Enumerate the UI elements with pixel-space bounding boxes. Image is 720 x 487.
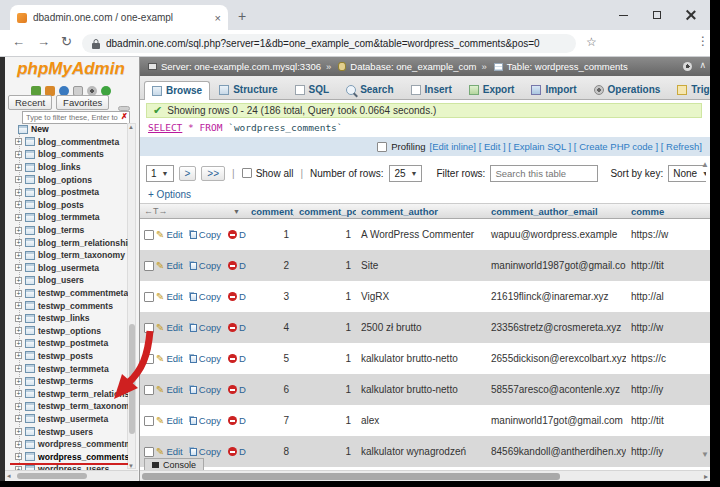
expand-icon[interactable]: + — [15, 277, 22, 284]
expand-icon[interactable]: + — [15, 340, 22, 347]
copy-link[interactable]: Copy — [190, 322, 221, 333]
expand-icon[interactable]: + — [15, 201, 22, 208]
expand-icon[interactable]: + — [15, 252, 22, 259]
column-nav-arrows[interactable]: ←T→ — [144, 206, 168, 216]
recent-button[interactable]: Recent — [8, 95, 52, 110]
sidebar-table-testwp_term_taxonomy[interactable]: +testwp_term_taxonomy — [8, 400, 128, 413]
edit-link[interactable]: ✎Edit — [156, 353, 183, 364]
row-checkbox[interactable] — [144, 354, 154, 364]
tab-structure[interactable]: Structure — [211, 80, 285, 99]
expand-icon[interactable]: + — [15, 264, 22, 271]
scroll-down-icon[interactable]: ▼ — [128, 463, 134, 469]
copy-link[interactable]: Copy — [190, 384, 221, 395]
expand-icon[interactable]: + — [15, 239, 22, 246]
show-all-checkbox[interactable] — [242, 168, 252, 178]
scrollbar-thumb[interactable] — [142, 473, 560, 480]
expand-icon[interactable]: + — [15, 164, 22, 171]
row-checkbox[interactable] — [144, 323, 154, 333]
delete-link[interactable]: Delete — [228, 322, 246, 333]
column-header-comment-id[interactable]: comment_ID — [246, 206, 294, 217]
sidebar-table-blog_users[interactable]: +blog_users — [8, 274, 128, 287]
sidebar-table-wordpress_users[interactable]: +wordpress_users — [8, 463, 128, 470]
row-checkbox[interactable] — [144, 230, 154, 240]
main-horizontal-scrollbar[interactable]: ▸ — [140, 470, 710, 481]
expand-icon[interactable]: + — [15, 378, 22, 385]
sidebar-table-testwp_posts[interactable]: +testwp_posts — [8, 350, 128, 363]
expand-icon[interactable]: + — [15, 315, 22, 322]
sidebar-table-blog_commentmeta[interactable]: +blog_commentmeta — [8, 136, 128, 149]
tab-search[interactable]: Search — [338, 80, 401, 99]
sidebar-table-blog_posts[interactable]: +blog_posts — [8, 199, 128, 212]
sidebar-table-testwp_comments[interactable]: +testwp_comments — [8, 299, 128, 312]
edit-link[interactable]: ✎Edit — [156, 415, 183, 426]
last-page-button[interactable]: >> — [201, 166, 225, 181]
expand-icon[interactable]: + — [15, 415, 22, 422]
scroll-up-icon[interactable]: ▲ — [128, 124, 134, 130]
favorites-button[interactable]: Favorites — [56, 95, 109, 110]
tab-sql[interactable]: SQL — [287, 80, 338, 99]
row-checkbox[interactable] — [144, 416, 154, 426]
edit-link[interactable]: ✎Edit — [156, 260, 183, 271]
expand-icon[interactable]: + — [15, 302, 22, 309]
row-checkbox[interactable] — [144, 292, 154, 302]
copy-link[interactable]: Copy — [190, 415, 221, 426]
row-checkbox[interactable] — [144, 385, 154, 395]
content-scroll-up-icon[interactable]: ▲ — [701, 160, 709, 169]
column-options-icon[interactable]: ▼ — [233, 208, 240, 215]
sidebar-table-wordpress_commentmeta[interactable]: +wordpress_commentmeta — [8, 438, 128, 451]
copy-link[interactable]: Copy — [190, 353, 221, 364]
sidebar-table-testwp_options[interactable]: +testwp_options — [8, 325, 128, 338]
scroll-left-icon[interactable]: ◂ — [7, 472, 11, 480]
expand-icon[interactable]: + — [15, 214, 22, 221]
profiling-link[interactable]: [ Edit ] — [479, 141, 506, 152]
url-bar[interactable]: dbadmin.one.com/sql.php?server=1&db=one_… — [82, 34, 576, 53]
tab-browse[interactable]: Browse — [144, 81, 210, 100]
num-rows-select[interactable]: 25 ▼ — [389, 165, 422, 182]
profiling-checkbox[interactable] — [377, 142, 387, 152]
expand-icon[interactable]: + — [15, 428, 22, 435]
tab-import[interactable]: Import — [523, 80, 584, 99]
expand-icon[interactable]: + — [15, 327, 22, 334]
breadcrumb-item[interactable]: Database: one_example_com — [350, 61, 476, 72]
delete-link[interactable]: Delete — [228, 353, 246, 364]
copy-link[interactable]: Copy — [190, 260, 221, 271]
expand-icon[interactable]: + — [15, 352, 22, 359]
console-toggle[interactable]: Console — [144, 458, 204, 470]
tab-insert[interactable]: Insert — [403, 80, 460, 99]
page-select[interactable]: 1 ▼ — [146, 165, 174, 182]
scroll-right-icon[interactable]: ▸ — [704, 472, 708, 481]
sidebar-table-testwp_postmeta[interactable]: +testwp_postmeta — [8, 337, 128, 350]
delete-link[interactable]: Delete — [228, 291, 246, 302]
row-checkbox[interactable] — [144, 261, 154, 271]
filter-clear-icon[interactable]: ✗ — [121, 112, 128, 121]
next-page-button[interactable]: > — [179, 166, 197, 181]
tab-close-icon[interactable]: × — [215, 12, 221, 24]
column-header-comment-author[interactable]: comment_author — [356, 206, 486, 217]
column-header-comment-author-email[interactable]: comment_author_email — [486, 206, 626, 217]
edit-link[interactable]: ✎Edit — [156, 229, 183, 240]
content-scroll-down-icon[interactable]: ▼ — [701, 450, 709, 459]
sidebar-table-testwp_termmeta[interactable]: +testwp_termmeta — [8, 362, 128, 375]
table-search-input[interactable] — [490, 165, 598, 182]
options-toggle[interactable]: + Options — [148, 189, 191, 200]
scrollbar-thumb[interactable] — [129, 324, 135, 434]
copy-link[interactable]: Copy — [190, 446, 221, 457]
sidebar-table-testwp_terms[interactable]: +testwp_terms — [8, 375, 128, 388]
copy-link[interactable]: Copy — [190, 229, 221, 240]
breadcrumb-item[interactable]: Server: one-example.com.mysql:3306 — [161, 61, 321, 72]
page-settings-gear-icon[interactable] — [683, 62, 692, 71]
expand-icon[interactable]: + — [15, 176, 22, 183]
expand-icon[interactable]: + — [15, 403, 22, 410]
profiling-link[interactable]: [Edit inline] — [430, 141, 476, 152]
delete-link[interactable]: Delete — [228, 384, 246, 395]
expand-icon[interactable]: + — [15, 390, 22, 397]
expand-icon[interactable]: + — [15, 290, 22, 297]
edit-link[interactable]: ✎Edit — [156, 322, 183, 333]
sidebar-table-blog_termmeta[interactable]: +blog_termmeta — [8, 211, 128, 224]
sidebar-table-testwp_users[interactable]: +testwp_users — [8, 425, 128, 438]
sidebar-table-blog_comments[interactable]: +blog_comments — [8, 148, 128, 161]
sidebar-table-blog_term_taxonomy[interactable]: +blog_term_taxonomy — [8, 249, 128, 262]
expand-icon[interactable]: + — [15, 365, 22, 372]
sidebar-table-blog_postmeta[interactable]: +blog_postmeta — [8, 186, 128, 199]
column-header-comment-author-url[interactable]: comme — [626, 206, 710, 217]
